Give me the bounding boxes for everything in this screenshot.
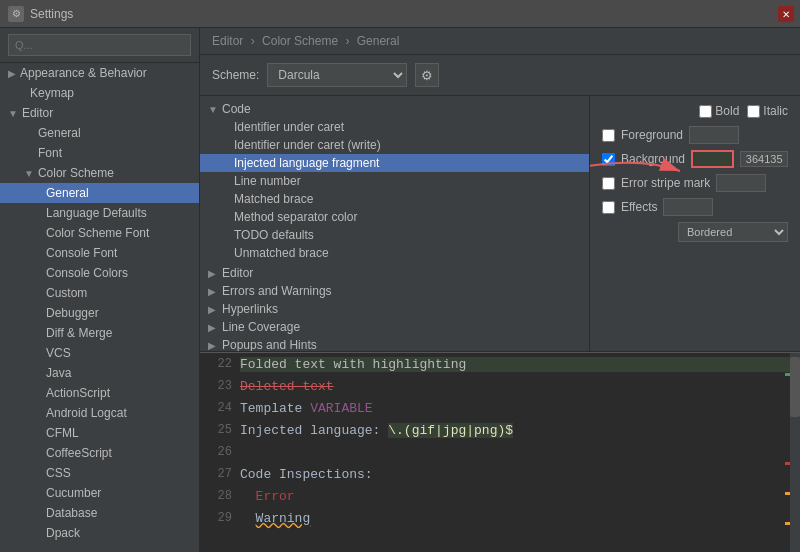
scrollbar-thumb[interactable] xyxy=(790,357,800,417)
breadcrumb-general[interactable]: General xyxy=(357,34,400,48)
sidebar-label-cs-database: Database xyxy=(46,506,97,520)
sidebar-item-cs-font[interactable]: Color Scheme Font xyxy=(0,223,199,243)
sidebar-item-keymap[interactable]: Keymap xyxy=(0,83,199,103)
search-input[interactable] xyxy=(8,34,191,56)
sidebar-label-cs-consolecolors: Console Colors xyxy=(46,266,128,280)
window-title: Settings xyxy=(30,7,73,21)
effects-checkbox[interactable] xyxy=(602,201,615,214)
sidebar-item-cs-debugger[interactable]: Debugger xyxy=(0,303,199,323)
error-stripe-color-box[interactable] xyxy=(716,174,766,192)
preview-scrollbar[interactable] xyxy=(790,353,800,552)
background-label: Background xyxy=(621,152,685,166)
settings-split: ▼ Code Identifier under caret Identifier… xyxy=(200,96,800,352)
expand-errors-icon: ▶ xyxy=(208,286,222,297)
breadcrumb: Editor › Color Scheme › General xyxy=(200,28,800,55)
scheme-settings-button[interactable]: ⚙ xyxy=(415,63,439,87)
sidebar-label-cs-general: General xyxy=(46,186,89,200)
tree-popups[interactable]: ▶ Popups and Hints xyxy=(200,336,589,351)
sidebar-label-colorscheme: Color Scheme xyxy=(38,166,114,180)
tree-unmatched-brace[interactable]: Unmatched brace xyxy=(200,244,589,262)
sidebar-label-cs-custom: Custom xyxy=(46,286,87,300)
sidebar-label-cs-java: Java xyxy=(46,366,71,380)
sidebar-item-appearance[interactable]: Appearance & Behavior xyxy=(0,63,199,83)
background-color-value[interactable]: 364135 xyxy=(740,151,788,167)
sidebar-item-cs-java[interactable]: Java xyxy=(0,363,199,383)
sidebar-item-cs-css[interactable]: CSS xyxy=(0,463,199,483)
tree-panel: ▼ Code Identifier under caret Identifier… xyxy=(200,96,590,351)
tree-line-number[interactable]: Line number xyxy=(200,172,589,190)
preview-area: 22 Folded text with highlighting 23 Dele… xyxy=(200,352,800,552)
effects-type-select[interactable]: Bordered Underscored Bold Underscored xyxy=(678,222,788,242)
background-row: Background 364135 xyxy=(602,150,788,168)
effects-color-box[interactable] xyxy=(663,198,713,216)
foreground-checkbox[interactable] xyxy=(602,129,615,142)
sidebar-item-cs-general[interactable]: General xyxy=(0,183,199,203)
tree-method-sep[interactable]: Method separator color xyxy=(200,208,589,226)
tree-todo[interactable]: TODO defaults xyxy=(200,226,589,244)
preview-line-24: 24 Template VARIABLE xyxy=(200,397,800,419)
background-checkbox[interactable] xyxy=(602,153,615,166)
tree-code[interactable]: ▼ Code xyxy=(200,100,589,118)
sidebar-item-cs-cfml[interactable]: CFML xyxy=(0,423,199,443)
preview-line-25: 25 Injected language: \.(gif|jpg|png)$ xyxy=(200,419,800,441)
sidebar-item-cs-langdefaults[interactable]: Language Defaults xyxy=(0,203,199,223)
tree-errors-warnings[interactable]: ▶ Errors and Warnings xyxy=(200,282,589,300)
foreground-label: Foreground xyxy=(621,128,683,142)
tree-line-coverage[interactable]: ▶ Line Coverage xyxy=(200,318,589,336)
tree-hyperlinks[interactable]: ▶ Hyperlinks xyxy=(200,300,589,318)
effects-label: Effects xyxy=(621,200,657,214)
close-button[interactable]: ✕ xyxy=(778,6,794,22)
sidebar-item-cs-custom[interactable]: Custom xyxy=(0,283,199,303)
sidebar-item-cs-coffeescript[interactable]: CoffeeScript xyxy=(0,443,199,463)
error-stripe-checkbox[interactable] xyxy=(602,177,615,190)
sidebar-item-cs-consolecolors[interactable]: Console Colors xyxy=(0,263,199,283)
preview-lines: 22 Folded text with highlighting 23 Dele… xyxy=(200,353,800,529)
sidebar-item-editor[interactable]: Editor xyxy=(0,103,199,123)
sidebar-item-cs-consolefont[interactable]: Console Font xyxy=(0,243,199,263)
italic-checkbox[interactable] xyxy=(747,105,760,118)
sidebar-item-font[interactable]: Font xyxy=(0,143,199,163)
tree-identifier-caret-write[interactable]: Identifier under caret (write) xyxy=(200,136,589,154)
tree-editor[interactable]: ▶ Editor xyxy=(200,264,589,282)
sidebar-label-cs-debugger: Debugger xyxy=(46,306,99,320)
bold-label: Bold xyxy=(699,104,739,118)
error-stripe-row: Error stripe mark xyxy=(602,174,788,192)
preview-line-29: 29 Warning xyxy=(200,507,800,529)
foreground-color-box[interactable] xyxy=(689,126,739,144)
sidebar-item-cs-diffmerge[interactable]: Diff & Merge xyxy=(0,323,199,343)
sidebar-label-cs-vcs: VCS xyxy=(46,346,71,360)
italic-label: Italic xyxy=(747,104,788,118)
sidebar-item-general[interactable]: General xyxy=(0,123,199,143)
tree-matched-brace[interactable]: Matched brace xyxy=(200,190,589,208)
sidebar-item-cs-vcs[interactable]: VCS xyxy=(0,343,199,363)
sidebar-label-cs-diffmerge: Diff & Merge xyxy=(46,326,112,340)
sidebar-label-cs-cucumber: Cucumber xyxy=(46,486,101,500)
sidebar-label-cs-dpack: Dpack xyxy=(46,526,80,540)
expand-arrow-appearance xyxy=(8,68,16,79)
preview-line-28: 28 Error xyxy=(200,485,800,507)
preview-line-22: 22 Folded text with highlighting xyxy=(200,353,800,375)
sidebar-item-colorscheme[interactable]: Color Scheme xyxy=(0,163,199,183)
scheme-select[interactable]: Darcula Default Monokai Solarized Dark xyxy=(267,63,407,87)
sidebar-label-editor: Editor xyxy=(22,106,53,120)
sidebar-label-cs-cfml: CFML xyxy=(46,426,79,440)
preview-line-23: 23 Deleted text xyxy=(200,375,800,397)
sidebar-item-cs-actionscript[interactable]: ActionScript xyxy=(0,383,199,403)
bold-checkbox[interactable] xyxy=(699,105,712,118)
background-color-box[interactable] xyxy=(691,150,734,168)
error-stripe-label: Error stripe mark xyxy=(621,176,710,190)
expand-arrow-colorscheme xyxy=(24,168,34,179)
expand-hyperlinks-icon: ▶ xyxy=(208,304,222,315)
sidebar-item-cs-cucumber[interactable]: Cucumber xyxy=(0,483,199,503)
breadcrumb-colorscheme[interactable]: Color Scheme xyxy=(262,34,338,48)
title-bar: ⚙ Settings ✕ xyxy=(0,0,800,28)
sidebar-item-cs-database[interactable]: Database xyxy=(0,503,199,523)
scheme-row: Scheme: Darcula Default Monokai Solarize… xyxy=(200,55,800,96)
sidebar-label-cs-font: Color Scheme Font xyxy=(46,226,149,240)
tree-injected-lang[interactable]: Injected language fragment xyxy=(200,154,589,172)
breadcrumb-editor[interactable]: Editor xyxy=(212,34,243,48)
sidebar-label-general: General xyxy=(38,126,81,140)
sidebar-item-cs-dpack[interactable]: Dpack xyxy=(0,523,199,543)
tree-identifier-caret[interactable]: Identifier under caret xyxy=(200,118,589,136)
sidebar-item-cs-android[interactable]: Android Logcat xyxy=(0,403,199,423)
